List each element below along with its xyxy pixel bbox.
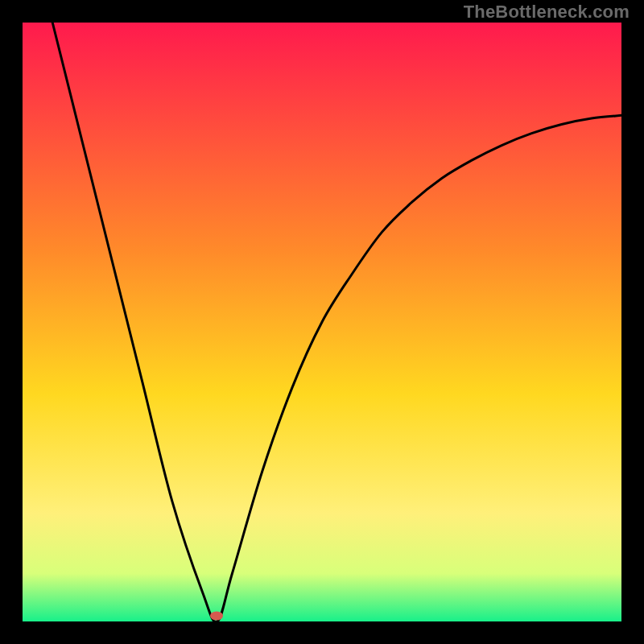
- watermark-text: TheBottleneck.com: [464, 2, 630, 23]
- chart-svg: [0, 0, 644, 644]
- optimum-marker-icon: [210, 612, 223, 621]
